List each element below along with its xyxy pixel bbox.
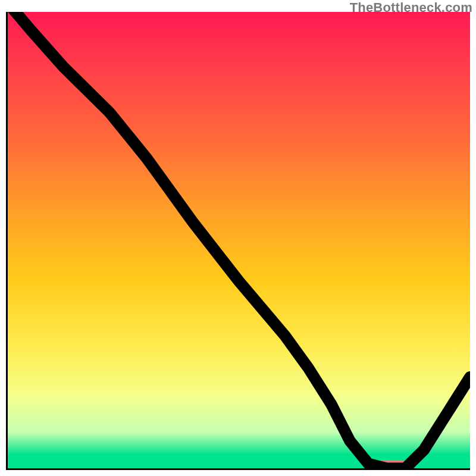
plot-frame [6, 12, 470, 470]
chart-stage: TheBottleneck.com [0, 0, 476, 476]
bottleneck-curve [8, 12, 470, 468]
chart-svg [8, 12, 470, 468]
